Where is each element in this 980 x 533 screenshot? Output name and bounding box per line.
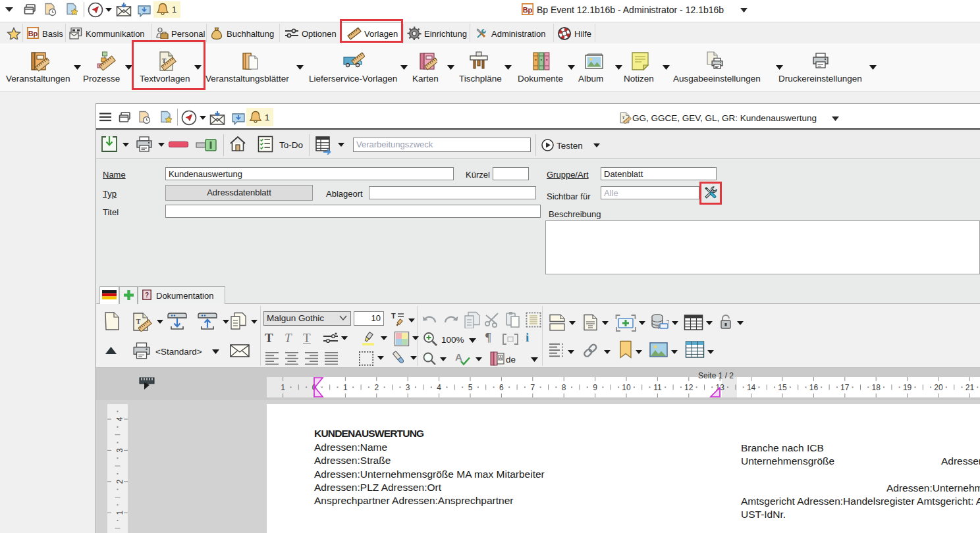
svg-text:14: 14 xyxy=(747,383,756,392)
svg-text:2: 2 xyxy=(374,383,379,392)
svg-text:3: 3 xyxy=(115,448,124,453)
svg-text:20: 20 xyxy=(934,383,943,392)
svg-text:1: 1 xyxy=(281,383,285,392)
svg-text:7: 7 xyxy=(530,383,535,392)
svg-text:19: 19 xyxy=(903,383,912,392)
svg-text:18: 18 xyxy=(872,383,881,392)
svg-text:21: 21 xyxy=(966,383,975,392)
svg-text:3: 3 xyxy=(406,383,410,392)
svg-text:8: 8 xyxy=(562,383,566,392)
svg-text:A: A xyxy=(499,355,503,360)
svg-text:Bp: Bp xyxy=(28,30,38,38)
svg-text:6: 6 xyxy=(499,383,504,392)
svg-text:9: 9 xyxy=(593,383,597,392)
svg-text:T: T xyxy=(622,116,624,120)
svg-text:17: 17 xyxy=(840,383,850,392)
svg-text:T: T xyxy=(391,312,396,320)
svg-text:1: 1 xyxy=(115,511,124,515)
svg-text:10: 10 xyxy=(622,383,631,392)
svg-text:15: 15 xyxy=(778,383,787,392)
svg-text:Bp: Bp xyxy=(523,6,533,14)
svg-text:16: 16 xyxy=(809,383,819,392)
svg-text:11: 11 xyxy=(653,383,662,392)
svg-text:2: 2 xyxy=(115,479,124,484)
svg-text:?: ? xyxy=(145,292,149,299)
svg-text:T: T xyxy=(136,318,141,325)
svg-text:A: A xyxy=(455,351,462,363)
svg-text:1: 1 xyxy=(343,383,348,392)
svg-text:12: 12 xyxy=(684,383,694,392)
svg-text:5: 5 xyxy=(468,383,473,392)
svg-text:4: 4 xyxy=(437,383,441,392)
svg-text:4: 4 xyxy=(115,417,124,421)
